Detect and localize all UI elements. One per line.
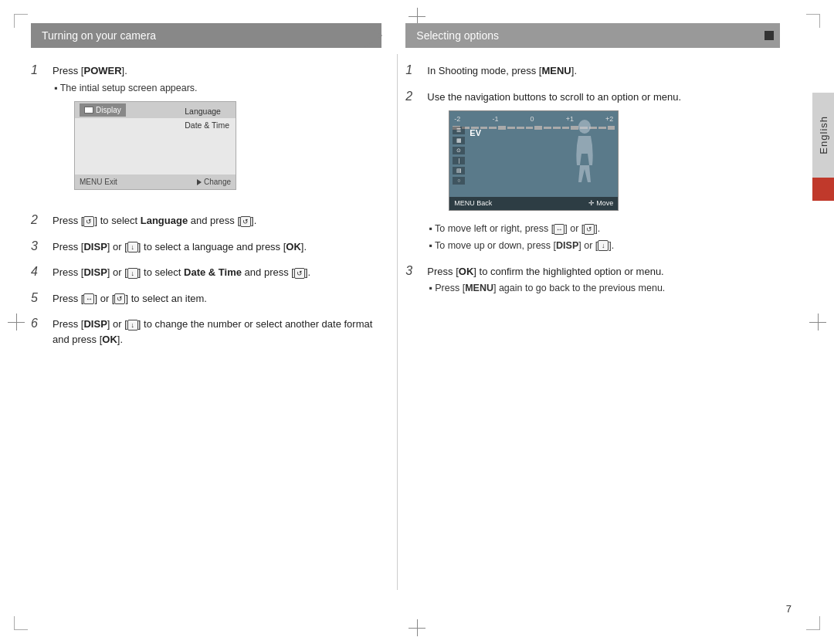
step-num-3: 3 [31,239,45,253]
step-num-1: 1 [31,63,45,77]
nav-dial-icon: ↺ [83,216,94,227]
svg-point-0 [578,120,591,134]
language-tab: English [812,93,834,178]
icon-grid: ▤ [453,167,465,175]
right-step-num-1: 1 [405,63,419,77]
down-icon: ↓ [127,242,138,253]
camera-bottom-bar: MENU Exit Change [75,175,236,189]
right-bullet-2: To move up or down, press [DISP] or [↓]. [429,239,780,253]
right-column: Selecting options 1 In Shooting mode, pr… [398,23,803,621]
change-label: Change [197,176,231,188]
step-num-5: 5 [31,291,45,305]
icon-off: ○ [453,177,465,185]
corner-mark-tr [806,14,820,28]
ev-tick [526,127,534,129]
display-label: Display [96,104,121,116]
right-step-content-1: In Shooting mode, press [MENU]. [427,63,780,79]
right-step-num-3: 3 [405,264,419,278]
icon-bar: | [453,157,465,164]
icon-menu: ☰ [453,127,465,134]
left-step-1: 1 Press [POWER]. The intial setup screen… [31,63,381,202]
ev-tick [480,127,488,129]
menu-item-language: Language [185,106,229,118]
step-num-4: 4 [31,265,45,279]
right-step-1: 1 In Shooting mode, press [MENU]. [405,63,780,79]
ev-tick [534,126,542,130]
left-step-4: 4 Press [DISP] or [↓] to select Date & T… [31,265,381,280]
left-step-3: 3 Press [DISP] or [↓] to select a langua… [31,239,381,255]
exit-label: MENU Exit [80,176,117,188]
ev-minus2: -2 [454,114,460,125]
left-column: Turning on your camera 1 Press [POWER]. … [23,23,397,621]
corner-mark-br [806,616,820,630]
step-content-1: Press [POWER]. The intial setup screen a… [53,63,381,202]
ev-tick [498,126,506,130]
nav-dial-icon-2: ↺ [240,216,251,227]
ev-plus2: +2 [605,114,613,125]
change-text: Change [204,176,231,188]
left-step-2: 2 Press [↺] to select Language and press… [31,213,381,229]
ev-zero: 0 [531,114,534,125]
menu-item-datetime: Date & Time [185,120,229,132]
step-content-2: Press [↺] to select Language and press [… [53,213,381,229]
ev-label: EV [470,127,481,140]
ev-minus1: -1 [492,114,498,125]
header-arrow-icon [364,23,382,48]
down-icon-r: ↓ [598,240,609,251]
language-tab-accent [812,178,834,201]
crosshair-right [809,314,826,330]
right-step-num-2: 2 [405,90,419,103]
ev-tick [553,127,561,129]
right-bullet-1: To move left or right, press [↔] or [↺]. [429,222,780,236]
nav-dial-icon-3: ↺ [294,268,305,279]
header-square-icon [764,31,774,40]
language-tab-label: English [818,116,829,154]
left-icons: ☰ ▦ ⊙ | ▤ ○ [453,127,465,185]
menu-icon [84,107,93,114]
display-button: Display [80,103,126,117]
main-layout: Turning on your camera 1 Press [POWER]. … [23,23,803,621]
right-step-3: 3 Press [OK] to confirm the highlighted … [405,264,780,296]
person-silhouette-icon [568,119,602,188]
icon-img: ▦ [453,137,465,144]
lr-icon: ↔ [554,224,564,235]
step-num-2: 2 [31,213,45,227]
step-content-3: Press [DISP] or [↓] to select a language… [53,239,381,255]
nav-dial-icon-4: ↺ [114,293,125,304]
icon-focus: ⊙ [453,147,465,154]
camera-screen2-bottom-bar: MENU Back ✛ Move [449,197,618,211]
left-step-5: 5 Press [↔] or [↺] to select an item. [31,291,381,307]
down-icon-2: ↓ [127,268,138,279]
camera-right-menu: Language Date & Time [185,106,229,132]
crosshair-left [8,314,25,330]
play-arrow-icon [197,179,202,185]
ev-tick [608,126,615,130]
left-section-header: Turning on your camera [31,23,381,48]
crosshair-top [409,8,425,25]
step-content-4: Press [DISP] or [↓] to select Date & Tim… [53,265,381,280]
left-right-icon: ↔ [83,293,94,304]
right-step-3-sub: Press [MENU] again to go back to the pre… [429,281,780,296]
direction-cross-icon: ✛ [588,198,595,209]
left-section-title: Turning on your camera [42,29,156,42]
right-step-content-2: Use the navigation buttons to scroll to … [427,90,780,253]
ev-tick [544,127,551,129]
left-step-6: 6 Press [DISP] or [↓] to change the numb… [31,317,381,347]
move-label: Move [596,198,613,209]
move-controls: ✛ Move [588,198,613,209]
camera-screen-mockup: Display Language Date & Time MENU Exit C… [74,101,236,190]
crosshair-bottom [409,619,425,636]
step-sub-1: The intial setup screen appears. [54,81,381,96]
down-icon-3: ↓ [127,320,138,330]
step-num-6: 6 [31,317,45,330]
camera-screen2-mockup: -2 -1 0 +1 +2 [449,110,619,211]
ev-tick [517,127,524,129]
step-content-5: Press [↔] or [↺] to select an item. [53,291,381,307]
right-section-header: Selecting options [405,23,780,48]
step-content-6: Press [DISP] or [↓] to change the number… [53,317,381,347]
right-step-2: 2 Use the navigation buttons to scroll t… [405,90,780,253]
ev-tick [507,127,515,129]
back-label: MENU Back [454,198,492,209]
ev-tick [489,127,497,129]
dial-icon: ↺ [584,224,595,235]
